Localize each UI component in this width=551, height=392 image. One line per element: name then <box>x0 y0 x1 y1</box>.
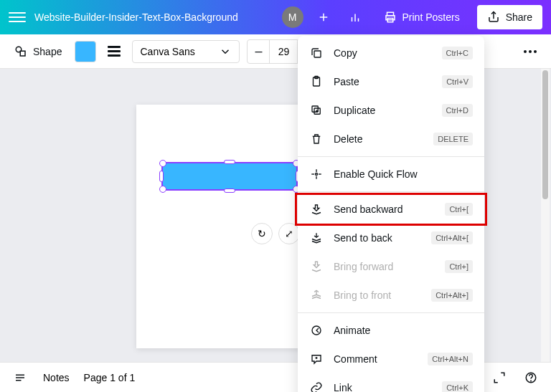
menu-item-label: Comment <box>334 353 418 365</box>
menu-item-label: Paste <box>334 76 432 87</box>
menu-item-label: Enable Quick Flow <box>334 168 473 180</box>
menu-item-label: Copy <box>334 47 432 59</box>
top-bar: Website-Builder-Insider-Text-Box-Backgro… <box>0 0 551 34</box>
fill-color-swatch[interactable] <box>75 41 96 62</box>
document-title[interactable]: Website-Builder-Insider-Text-Box-Backgro… <box>34 11 273 23</box>
menu-item-label: Link <box>334 382 432 392</box>
menu-item-bring-forward: Bring forwardCtrl+] <box>298 252 484 281</box>
menu-item-shortcut: DELETE <box>433 133 473 145</box>
menu-item-shortcut: Ctrl+Alt+] <box>431 289 473 302</box>
menu-item-flow[interactable]: Enable Quick Flow <box>298 160 484 188</box>
paste-icon <box>309 75 324 89</box>
add-member-icon[interactable] <box>312 6 335 29</box>
shape-icon <box>14 45 27 58</box>
link-icon <box>309 381 324 392</box>
print-posters-button[interactable]: Print Posters <box>375 6 468 28</box>
menu-item-link[interactable]: LinkCtrl+K <box>298 373 484 392</box>
help-icon[interactable] <box>522 369 540 386</box>
share-button[interactable]: Share <box>477 5 542 29</box>
bring-forward-icon <box>309 259 324 274</box>
menu-item-duplicate[interactable]: DuplicateCtrl+D <box>298 96 484 125</box>
font-size-input[interactable] <box>269 40 298 63</box>
menu-item-label: Bring forward <box>334 261 435 272</box>
menu-item-send-backward[interactable]: Send backwardCtrl+[ <box>298 195 484 224</box>
menu-item-copy[interactable]: CopyCtrl+C <box>298 39 484 67</box>
delete-icon <box>309 132 324 146</box>
flow-icon <box>309 167 324 181</box>
menu-item-shortcut: Ctrl+C <box>442 47 473 59</box>
menu-item-comment[interactable]: CommentCtrl+Alt+N <box>298 345 484 373</box>
menu-item-label: Bring to front <box>334 290 421 301</box>
svg-point-34 <box>531 381 532 381</box>
menu-item-label: Duplicate <box>334 105 432 116</box>
resize-handle-ml[interactable] <box>159 171 164 182</box>
menu-item-shortcut: Ctrl+Alt+N <box>428 353 473 365</box>
svg-rect-11 <box>314 51 321 57</box>
share-icon <box>487 11 500 24</box>
context-menu: CopyCtrl+CPasteCtrl+VDuplicateCtrl+DDele… <box>298 36 484 392</box>
svg-point-18 <box>316 173 318 176</box>
animate-icon <box>309 323 324 338</box>
sync-button[interactable]: ↻ <box>251 223 273 244</box>
notes-icon[interactable] <box>11 369 29 386</box>
analytics-icon[interactable] <box>344 6 367 29</box>
bring-front-icon <box>309 288 324 302</box>
shape-button[interactable]: Shape <box>9 41 67 62</box>
menu-item-shortcut: Ctrl+K <box>442 381 473 392</box>
menu-item-shortcut: Ctrl+Alt+[ <box>431 231 473 244</box>
send-back-icon <box>309 231 324 245</box>
menu-item-delete[interactable]: DeleteDELETE <box>298 125 484 153</box>
chevron-down-icon <box>219 45 232 58</box>
menu-item-shortcut: Ctrl+[ <box>445 203 473 216</box>
resize-handle-tl[interactable] <box>159 160 166 167</box>
menu-item-animate[interactable]: Animate <box>298 316 484 345</box>
hamburger-icon[interactable] <box>9 9 26 26</box>
comment-icon <box>309 352 324 366</box>
menu-item-send-back[interactable]: Send to backCtrl+Alt+[ <box>298 224 484 252</box>
floating-controls: ↻ ⤢ <box>251 223 300 244</box>
svg-rect-10 <box>20 51 25 56</box>
menu-item-shortcut: Ctrl+V <box>442 75 473 88</box>
resize-handle-mt[interactable] <box>224 160 235 164</box>
resize-handle-mb[interactable] <box>224 188 235 193</box>
duplicate-icon <box>309 103 324 118</box>
notes-label[interactable]: Notes <box>43 372 70 383</box>
avatar[interactable]: M <box>282 6 303 28</box>
page-indicator[interactable]: Page 1 of 1 <box>84 372 136 383</box>
font-select[interactable]: Canva Sans <box>132 40 240 63</box>
print-icon <box>384 11 397 24</box>
menu-item-paste[interactable]: PasteCtrl+V <box>298 67 484 96</box>
scrollbar[interactable] <box>541 69 550 377</box>
send-backward-icon <box>309 202 324 216</box>
scrollbar-thumb[interactable] <box>542 70 548 199</box>
selected-shape[interactable] <box>161 162 298 191</box>
menu-item-label: Send backward <box>334 204 435 215</box>
resize-handle-bl[interactable] <box>159 186 166 193</box>
menu-item-label: Delete <box>334 133 423 145</box>
expand-button[interactable]: ⤢ <box>278 223 300 244</box>
copy-icon <box>309 46 324 60</box>
menu-item-label: Animate <box>334 325 473 336</box>
decrease-size-button[interactable]: – <box>248 40 269 63</box>
menu-item-label: Send to back <box>334 232 421 244</box>
fullscreen-icon[interactable] <box>491 369 508 386</box>
border-style-button[interactable] <box>103 41 125 62</box>
menu-item-bring-front: Bring to frontCtrl+Alt+] <box>298 281 484 310</box>
more-options-button[interactable] <box>518 44 542 59</box>
menu-item-shortcut: Ctrl+] <box>445 260 473 273</box>
menu-item-shortcut: Ctrl+D <box>442 104 473 117</box>
